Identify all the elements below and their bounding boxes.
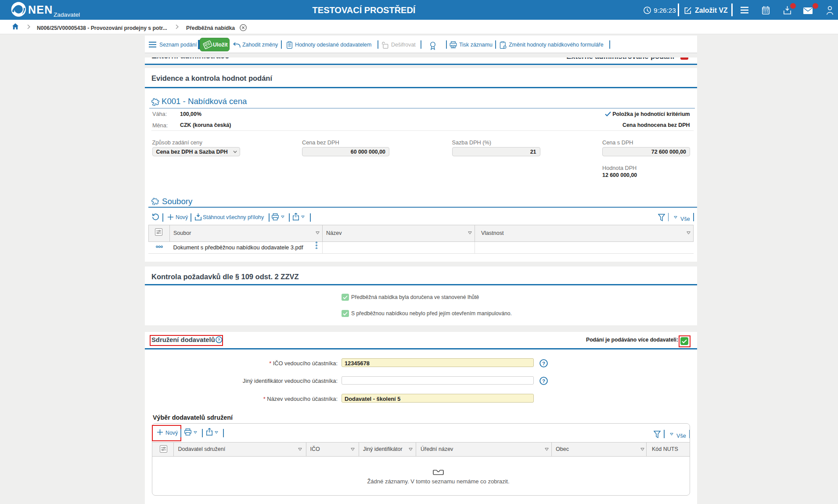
svg-text:?: ? [542,360,545,366]
svg-text:?: ? [218,337,220,342]
svg-text:?: ? [542,378,545,384]
